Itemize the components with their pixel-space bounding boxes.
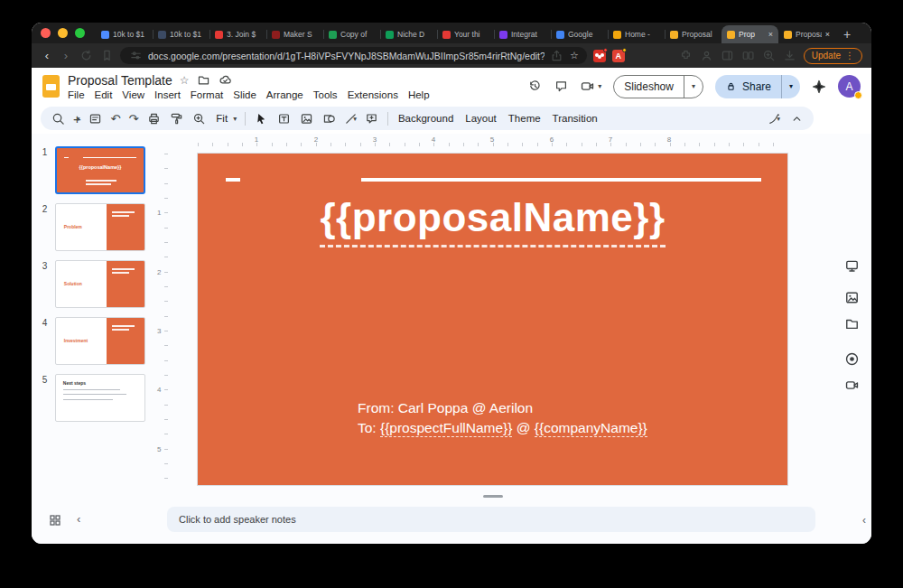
omnibox[interactable]: docs.google.com/presentation/d/1gT-H8iVP… (120, 47, 587, 64)
reload-button[interactable] (79, 49, 93, 63)
version-history-icon[interactable] (527, 79, 542, 94)
notes-resize-handle[interactable] (483, 495, 503, 498)
folder-panel-icon[interactable] (844, 316, 860, 331)
pen-tools-button[interactable]: ▾ (768, 112, 780, 126)
slideshow-button[interactable]: Slideshow ▾ (613, 75, 703, 98)
extensions-puzzle-icon[interactable] (679, 49, 694, 63)
theme-button[interactable]: Theme (507, 113, 543, 124)
tab[interactable]: Proposal (665, 25, 721, 43)
update-button[interactable]: Update⋮ (804, 48, 862, 64)
grid-view-icon[interactable] (48, 513, 62, 527)
new-tab-button[interactable]: + (835, 25, 859, 43)
undo-button[interactable]: ↶ (111, 113, 121, 125)
current-slide[interactable]: {{proposalName}} From: Carl Poppa @ Aeri… (198, 154, 787, 485)
menu-arrange[interactable]: Arrange (266, 89, 303, 100)
profile-icon[interactable] (700, 49, 714, 63)
tab[interactable]: Niche D (380, 25, 437, 43)
slide-thumbnail-3[interactable]: Solution (55, 260, 145, 308)
zoom-search-icon[interactable] (762, 49, 777, 63)
slideshow-dropdown[interactable]: ▾ (684, 76, 703, 98)
comments-icon[interactable] (554, 79, 568, 94)
layout-button[interactable]: Layout (463, 113, 498, 124)
meet-button[interactable]: ▾ (580, 79, 601, 94)
tab[interactable]: 10k to $1 (153, 25, 209, 43)
present-to-meeting-icon[interactable] (844, 258, 860, 274)
close-window-button[interactable] (41, 28, 51, 38)
menu-extensions[interactable]: Extensions (348, 89, 398, 100)
side-panel-icon[interactable] (721, 49, 735, 63)
new-slide-button[interactable]: +▾ (73, 112, 80, 126)
menu-help[interactable]: Help (408, 89, 430, 100)
slide-title-text[interactable]: {{proposalName}} (198, 195, 787, 247)
split-screen-icon[interactable] (741, 49, 756, 63)
share-page-icon[interactable] (550, 49, 564, 63)
tab-close-icon[interactable]: × (825, 31, 830, 39)
menu-insert[interactable]: Insert (154, 89, 181, 100)
tab[interactable]: Proposal× (778, 25, 835, 43)
slide-thumbnail-5[interactable]: Next steps (55, 374, 145, 422)
share-dropdown[interactable]: ▾ (781, 75, 800, 98)
tab[interactable]: 3. Join $ (209, 25, 266, 43)
menu-edit[interactable]: Edit (95, 89, 113, 100)
bookmark-star-icon[interactable]: ☆ (570, 51, 579, 61)
print-button[interactable] (146, 111, 161, 126)
select-tool[interactable] (254, 111, 268, 126)
account-avatar[interactable]: A (838, 75, 861, 98)
minimize-window-button[interactable] (58, 28, 68, 38)
slide-thumbnail-4[interactable]: Investment (55, 317, 145, 365)
tab[interactable]: Copy of (323, 25, 380, 43)
tab[interactable]: Google (551, 25, 608, 43)
cloud-saved-icon[interactable] (218, 73, 232, 88)
zoom-button[interactable] (191, 111, 206, 126)
transition-button[interactable]: Transition (551, 113, 600, 124)
image-panel-icon[interactable] (844, 290, 860, 305)
tab[interactable]: 10k to $1 (96, 25, 153, 43)
slide-thumbnail-1[interactable]: {{proposalName}} (55, 146, 145, 194)
insert-line-tool[interactable]: ▾ (344, 112, 357, 126)
tab[interactable]: Home - (608, 25, 665, 43)
extension-paw-icon[interactable] (593, 50, 606, 62)
text-box-tool[interactable] (276, 111, 291, 126)
gemini-sparkle-icon[interactable] (812, 79, 826, 94)
menu-slide[interactable]: Slide (233, 89, 256, 100)
menu-file[interactable]: File (68, 89, 85, 100)
url-text[interactable]: docs.google.com/presentation/d/1gT-H8iVP… (148, 51, 545, 61)
menu-view[interactable]: View (122, 89, 144, 100)
fullscreen-window-button[interactable] (75, 28, 85, 38)
record-icon[interactable] (844, 351, 860, 367)
share-button[interactable]: Share ▾ (715, 75, 800, 98)
back-button[interactable]: ‹ (41, 50, 53, 61)
move-folder-icon[interactable] (196, 73, 210, 88)
camera-icon[interactable] (844, 378, 860, 393)
collapse-toolbar-icon[interactable] (789, 111, 804, 126)
insert-comment-tool[interactable] (365, 111, 379, 126)
tab-active[interactable]: Prop× (721, 25, 778, 43)
star-document-icon[interactable]: ☆ (180, 75, 190, 86)
collapse-filmstrip-icon[interactable]: ‹ (77, 512, 80, 526)
menu-tools[interactable]: Tools (313, 89, 338, 100)
browser-menu-dots-icon[interactable]: ⋮ (845, 51, 854, 61)
document-title[interactable]: Proposal Template (68, 73, 172, 88)
search-menus-icon[interactable] (51, 111, 65, 126)
extension-a-icon[interactable]: A (612, 50, 625, 62)
insert-image-tool[interactable] (299, 111, 313, 126)
download-icon[interactable] (783, 49, 797, 63)
site-info-icon[interactable] (128, 49, 143, 63)
zoom-select[interactable]: Fit▾ (214, 113, 237, 124)
background-button[interactable]: Background (396, 113, 455, 124)
tab-close-icon[interactable]: × (768, 31, 773, 39)
paint-format-button[interactable] (169, 111, 183, 126)
slide-body-text[interactable]: From: Carl Poppa @ Aerilon To: {{prospec… (358, 398, 647, 437)
slides-logo-icon[interactable] (42, 75, 60, 98)
menu-format[interactable]: Format (191, 89, 223, 100)
slide-template-icon[interactable] (88, 111, 103, 126)
collapse-side-panel-icon[interactable]: ‹ (862, 514, 866, 527)
bookmark-icon[interactable] (99, 49, 114, 63)
tab[interactable]: Your thi (437, 25, 494, 43)
forward-button[interactable]: › (60, 50, 72, 61)
speaker-notes-input[interactable]: Click to add speaker notes (167, 507, 815, 532)
tab[interactable]: Maker S (266, 25, 323, 43)
slide-thumbnail-2[interactable]: Problem (55, 203, 145, 251)
tab[interactable]: Integrat (494, 25, 551, 43)
insert-shape-tool[interactable] (321, 111, 336, 126)
